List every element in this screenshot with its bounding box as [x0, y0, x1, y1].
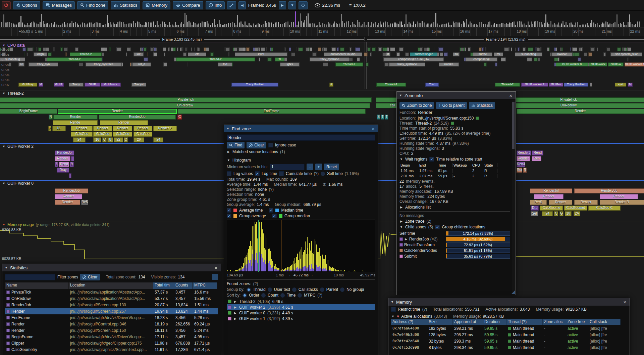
allocations-list-toggle[interactable]: ▶Allocations list [399, 205, 510, 210]
histogram-toggle[interactable]: ▼ Histogram [227, 158, 375, 163]
worker0-header[interactable]: ▼ GUIF worker 0 [2, 181, 34, 186]
allocation-row[interactable]: 0x7dfaa64e00192 bytes298.21 ms59.95 sMai… [391, 325, 627, 331]
timeline-zone[interactable]: RenderJol [530, 188, 572, 193]
timeline-zone[interactable]: CalcGeo [133, 132, 152, 137]
timeline-zone[interactable]: CalcGeo [93, 132, 112, 137]
sort-by-option[interactable]: Order [249, 293, 259, 298]
clear-button[interactable]: Clear [247, 142, 266, 148]
view-span-indicator[interactable]: 22.36 ms [315, 3, 340, 8]
child-zone-row[interactable]: RecalcTransform72.92 µs (1.62%) [399, 242, 510, 248]
zone-trace-toggle[interactable]: ▶Zone trace(2) [399, 219, 510, 224]
timeline-zone[interactable]: Dra [531, 206, 539, 211]
options-button[interactable]: Options [13, 1, 40, 9]
self-time-checkbox[interactable] [321, 172, 325, 176]
find-zone-titlebar[interactable]: ▼ Find zone × [224, 125, 378, 132]
group-by-option[interactable]: No groupi [346, 287, 364, 292]
timeline-zone[interactable]: Render [55, 156, 70, 161]
timeline-zone[interactable]: Render [53, 115, 98, 120]
timeline-zone[interactable]: 18. [52, 126, 66, 131]
compare-button[interactable]: Compare [173, 1, 203, 9]
timeline-zone[interactable]: Render [100, 120, 148, 125]
timeline-zone[interactable]: CalcGeo [71, 132, 93, 137]
collapse-icon[interactable]: ▼ [226, 127, 230, 130]
timeline-zone[interactable]: Render [113, 126, 132, 131]
timeline-zone[interactable]: R [49, 115, 53, 120]
close-icon[interactable]: × [508, 93, 514, 98]
sort-by-option[interactable]: MTPC [304, 293, 315, 298]
log-values-checkbox[interactable] [227, 171, 231, 176]
zoom-to-zone-button[interactable]: Zoom to zone [399, 102, 434, 109]
goto-frame-button[interactable] [299, 1, 308, 9]
timeline-zone[interactable]: Render [600, 194, 638, 199]
worker2-header[interactable]: ▼ GUIF worker 2 [2, 144, 34, 149]
timeline-zone[interactable]: Render [71, 126, 93, 131]
memory-column-header[interactable]: Zone alloc [543, 319, 566, 325]
active-allocations-toggle[interactable]: ▼ ♥ Active allocations (3,043) Memory us… [391, 314, 627, 319]
timeline-zone[interactable]: EndFrame [177, 109, 366, 114]
timeline-zone[interactable]: Rer [517, 168, 522, 173]
group-by-option[interactable]: Parent [326, 287, 338, 292]
wait-table-header-row[interactable]: BeginEndTimeWakeupCPUState [399, 163, 510, 168]
timeline-zone[interactable]: 24 [73, 137, 86, 142]
help-marker[interactable]: (?) [422, 307, 427, 312]
info-button[interactable]: Info [206, 1, 225, 9]
timeline-zone[interactable]: 10 [565, 211, 572, 216]
timeline-zone[interactable]: Re5 [81, 200, 88, 205]
group-by-option[interactable]: User text [274, 287, 290, 292]
timeline-zone[interactable]: Rend [59, 162, 69, 167]
timeline-zone[interactable]: T [381, 115, 384, 120]
timeline-zone[interactable]: 9 [70, 162, 74, 167]
matched-source-locations-toggle[interactable]: ▶ Matched source locations (1) [227, 149, 375, 154]
child-zones-toggle[interactable]: ▼ Child zones (5) Group children locatio… [399, 225, 510, 229]
timeline-zone[interactable]: 22 [114, 137, 123, 142]
prev-frame-button[interactable]: ◀ [238, 1, 246, 9]
location-value[interactable]: jni/../jni/src/guif/Screen.cpp:150 [418, 116, 474, 121]
timeline-zone[interactable]: Ren [532, 156, 541, 161]
allocation-row[interactable]: 0x7dfc53d9988 bytes298.34 ms59.95 sMain … [391, 344, 627, 351]
wait-table-row[interactable]: 2.01 ms2.07 ms59 µs-2R [399, 173, 510, 179]
timeline-zone[interactable]: 2A [574, 211, 580, 216]
timeline-zone[interactable]: CalcGeo C [588, 206, 621, 211]
child-zone-row[interactable]: Self time172.14 µs (3.83%) [399, 230, 510, 236]
timeline-zone[interactable]: R [523, 168, 527, 173]
help-marker[interactable]: (?) [253, 281, 258, 286]
timeline-zone[interactable]: Render [93, 126, 112, 131]
stats-row[interactable]: PrivateTickjni/../jni/src/claw/applicati… [5, 289, 218, 295]
timeline-zone[interactable]: RenderJob [99, 115, 176, 120]
find-button[interactable]: Find [227, 142, 245, 148]
group-by-radio[interactable] [247, 287, 251, 292]
close-icon[interactable]: × [371, 126, 376, 131]
sort-by-radio[interactable] [261, 293, 266, 298]
thread2-header[interactable]: ▼ Thread-2 [2, 91, 24, 96]
group-by-option[interactable]: Thread [253, 287, 266, 292]
close-icon[interactable]: × [622, 299, 628, 305]
timeline-zone[interactable] [71, 156, 74, 161]
stats-column-header[interactable]: Counts [174, 282, 193, 289]
timeline-zone[interactable]: C [124, 137, 128, 142]
cumulate-time-checkbox[interactable] [279, 171, 284, 176]
cpu-data-header[interactable]: ▼ CPU data [2, 43, 25, 48]
timeline-zone[interactable]: CalcGeo [113, 132, 132, 137]
tools-button[interactable] [227, 1, 236, 9]
timeline-zone[interactable] [69, 173, 71, 178]
relative-time-checkbox[interactable] [429, 157, 434, 162]
wait-regions-toggle[interactable]: ▼ Wait regions Time relative to zone sta… [399, 157, 510, 162]
reset-button[interactable]: Reset [324, 164, 339, 170]
stats-column-header[interactable]: Location [69, 282, 153, 289]
timeline-zone[interactable]: C [554, 211, 558, 216]
timeline-zone[interactable]: 24 [153, 137, 163, 142]
timeline-zone[interactable]: Render [534, 194, 564, 199]
memory-column-header[interactable]: Size [427, 319, 453, 325]
timeline-zone[interactable]: Render [55, 200, 80, 205]
timeline-zone[interactable]: RenderJob [55, 188, 88, 193]
zone-search-input[interactable] [227, 134, 375, 141]
memory-column-header[interactable]: Address (?) [391, 319, 427, 325]
stats-row[interactable]: CalcGeometryjni/../jni/src/claw/graphics… [5, 346, 218, 353]
help-marker[interactable]: (?) [314, 171, 319, 176]
timeline-zone[interactable]: Render [517, 156, 530, 161]
draw-median-checkbox[interactable] [269, 208, 273, 213]
zone-info-titlebar[interactable]: ▼ Zone info × [397, 92, 516, 99]
group-by-radio[interactable] [268, 287, 272, 292]
statistics-titlebar[interactable]: ▼ Statistics × [2, 264, 221, 271]
stats-column-header[interactable]: Name [5, 282, 69, 289]
